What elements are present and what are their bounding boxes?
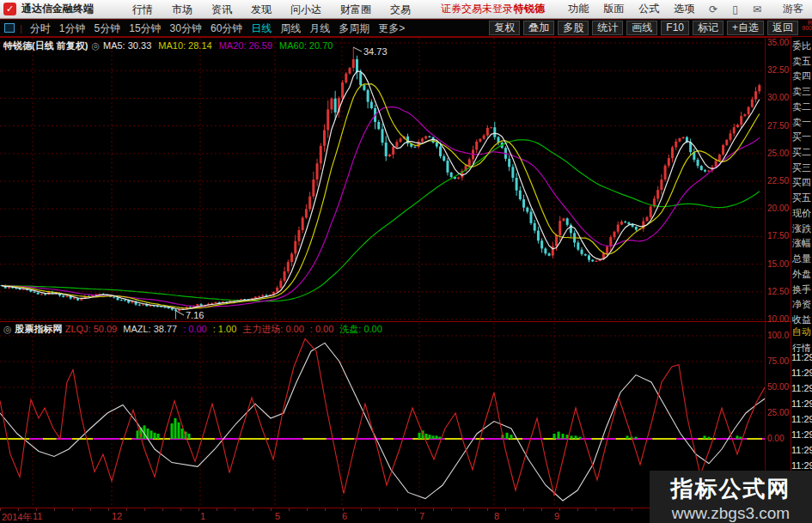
period-tab[interactable]: 1分钟 xyxy=(59,22,86,34)
quote-row-label: 涨跌 xyxy=(792,222,812,235)
indicator-settings-icon[interactable]: ◎ xyxy=(3,324,12,334)
indicator-name: 股票指标网 xyxy=(15,324,63,334)
titlebar-right-menu: 功能版面公式选项⟳▯✉游客 xyxy=(568,2,803,16)
quote-row-label: 买四 xyxy=(792,176,812,189)
tick-time[interactable]: 11:29 xyxy=(791,383,812,393)
user-label[interactable]: 游客 xyxy=(783,2,803,16)
price-axis-label: 22.50 xyxy=(767,176,791,185)
mail-icon[interactable]: ✉ xyxy=(753,3,761,15)
menu-item[interactable]: 行情 xyxy=(132,3,153,15)
layout-icon[interactable] xyxy=(4,23,15,33)
period-tab[interactable]: 分时 xyxy=(30,22,51,34)
main-chart-header: 特锐德(日线 前复权)◎MA5: 30.33MA10: 28.14MA20: 2… xyxy=(3,40,339,52)
action-button[interactable]: 统计 xyxy=(592,21,623,35)
main-chart-canvas[interactable]: 34.737.16 xyxy=(0,38,765,321)
tick-time[interactable]: 11:29 xyxy=(791,368,812,378)
month-label: 6 xyxy=(342,511,347,521)
period-tab[interactable]: 30分钟 xyxy=(170,22,202,34)
menu-item[interactable]: 资讯 xyxy=(211,3,232,15)
tick-time[interactable]: 11:29 xyxy=(791,398,812,409)
month-label: 11 xyxy=(33,511,42,521)
quote-row-label: 买一 xyxy=(792,131,812,143)
price-axis-label: 32.50 xyxy=(767,65,791,75)
quote-row-label: 卖一 xyxy=(792,116,812,129)
price-axis-label: 20.00 xyxy=(767,204,791,213)
menu-item[interactable]: 问小达 xyxy=(290,3,321,15)
ma-label: MA20: 26.59 xyxy=(219,40,272,51)
period-tab[interactable]: 更多> xyxy=(378,22,405,34)
indicator-header: ◎股票指标网 ZLQJ: 50.09MAZL: 38.77: 0.00: 1.0… xyxy=(3,323,388,336)
quote-row-label: 买三 xyxy=(792,161,812,174)
indicator-axis-label: 75.00 xyxy=(767,356,791,366)
action-button[interactable]: 返回 xyxy=(767,21,798,35)
refresh-icon[interactable]: ⟳ xyxy=(709,3,717,15)
action-button[interactable]: 叠加 xyxy=(523,21,554,35)
action-button[interactable]: F10 xyxy=(661,21,689,35)
indicator-axis-label: 50.00 xyxy=(767,382,791,392)
price-axis-label: 25.00 xyxy=(767,149,791,158)
current-stock-name: 特锐德 xyxy=(514,2,545,16)
quote-row-label: 买二 xyxy=(792,146,812,159)
tick-time[interactable]: 11:29 xyxy=(791,460,812,471)
price-axis-label: 15.00 xyxy=(767,259,791,269)
watermark: 指标公式网 www.zbgs3.com xyxy=(650,471,812,523)
action-button[interactable]: 复权 xyxy=(489,21,520,35)
period-tab[interactable]: 5分钟 xyxy=(95,22,121,34)
titlebar: ✓ 通达信金融终端 行情市场资讯发现问小达财富圈交易 证券交易未登录 特锐德 功… xyxy=(0,0,812,19)
quote-row-label: 净资 xyxy=(792,298,812,311)
indicator-value: ZLQJ: 50.09 xyxy=(65,324,118,334)
menu-item[interactable]: 发现 xyxy=(251,3,272,15)
axis-separator-line xyxy=(765,38,766,522)
quote-row-label: 买五 xyxy=(792,192,812,204)
period-tab[interactable]: 日线 xyxy=(251,22,272,34)
trade-login-status[interactable]: 证券交易未登录 xyxy=(441,2,513,16)
app-logo-icon[interactable]: ✓ xyxy=(3,3,16,15)
indicator-value: : 0.00 xyxy=(310,324,334,334)
month-label: 1 xyxy=(200,511,205,521)
year-label: 2014年 xyxy=(2,511,32,523)
watermark-title: 指标公式网 xyxy=(650,474,812,504)
quote-panel: 委比卖五卖四卖三卖二卖一买一买二买三买四买五现价涨跌涨幅总量外盘换手净资收益自动… xyxy=(791,37,812,523)
menu-item[interactable]: 版面 xyxy=(603,2,624,16)
ma-value-labels: MA5: 30.33MA10: 28.14MA20: 26.59MA60: 20… xyxy=(103,40,339,51)
menu-item[interactable]: 选项 xyxy=(674,2,694,16)
indicator-axis-label: 0.00 xyxy=(767,434,791,443)
chart-action-buttons: 复权叠加多股统计画线F10标记+自选返回 xyxy=(485,21,798,35)
period-tab[interactable]: 周线 xyxy=(280,22,301,34)
period-tab[interactable]: 月线 xyxy=(309,22,330,34)
phone-icon[interactable]: ▯ xyxy=(732,3,738,15)
panel-divider xyxy=(0,321,791,322)
tick-time[interactable]: 11:29 xyxy=(791,445,812,455)
menu-item[interactable]: 功能 xyxy=(568,2,589,16)
menu-item[interactable]: 财富圈 xyxy=(340,3,371,15)
menu-item[interactable]: 公式 xyxy=(638,2,659,16)
quote-row-label: 委比 xyxy=(792,40,812,52)
ma-label: MA5: 30.33 xyxy=(103,40,151,51)
menu-item[interactable]: 市场 xyxy=(172,3,192,15)
action-button[interactable]: +自选 xyxy=(727,21,764,35)
action-button[interactable]: 多股 xyxy=(558,21,589,35)
indicator-value: : 1.00 xyxy=(213,324,237,334)
month-label: 7 xyxy=(419,511,424,521)
tick-time[interactable]: 11:29 xyxy=(791,352,812,362)
period-tab[interactable]: 15分钟 xyxy=(129,22,161,34)
action-button[interactable]: 标记 xyxy=(693,21,723,35)
period-tab[interactable]: 60分钟 xyxy=(211,22,242,34)
price-axis-label: 35.00 xyxy=(767,38,791,47)
chart-settings-icon[interactable]: ◎ xyxy=(91,40,100,51)
watermark-url: www.zbgs3.com xyxy=(650,504,812,523)
period-tabs: 分时1分钟5分钟15分钟30分钟60分钟日线周线月线多周期更多> xyxy=(26,20,409,36)
quote-row-label: 卖三 xyxy=(792,85,812,98)
quote-tab[interactable]: 自动 xyxy=(792,325,812,338)
price-axis-label: 27.50 xyxy=(767,121,791,131)
action-button[interactable]: 画线 xyxy=(626,21,657,35)
tick-time[interactable]: 11:29 xyxy=(791,429,812,440)
svg-text:34.73: 34.73 xyxy=(363,46,388,57)
period-toolbar: | 分时1分钟5分钟15分钟30分钟60分钟日线周线月线多周期更多> 复权叠加多… xyxy=(0,19,812,37)
period-tab[interactable]: 多周期 xyxy=(339,22,369,34)
corner-badge-bottom: 900 xyxy=(800,26,812,31)
tick-time[interactable]: 11:29 xyxy=(791,414,812,424)
menu-item[interactable]: 交易 xyxy=(390,3,411,15)
toolbar-separator: | xyxy=(20,23,22,33)
svg-text:7.16: 7.16 xyxy=(186,310,204,320)
